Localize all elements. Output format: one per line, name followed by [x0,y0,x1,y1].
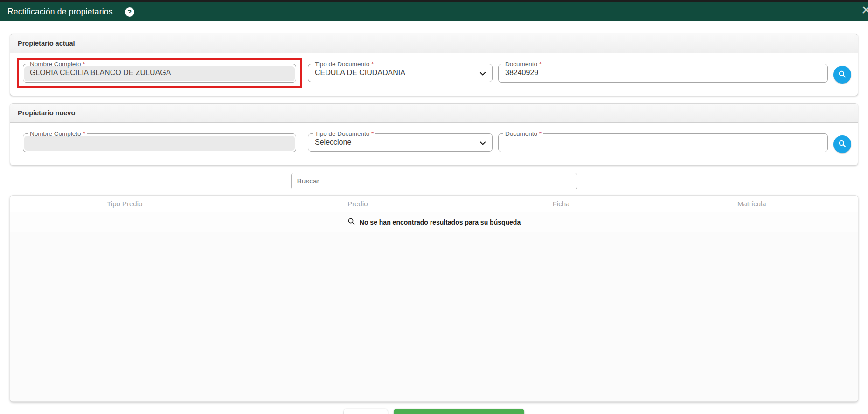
empty-results-message: No se han encontrado resultados para su … [360,218,521,226]
help-icon[interactable]: ? [125,7,134,17]
current-doc-type-field: Tipo de Documento * CEDULA DE CIUDADANIA [308,61,493,82]
new-document-input[interactable] [500,136,826,151]
footer-actions: CERRAR CORREGIR TODOS LOS PREDIOS ⇅ [10,409,858,414]
new-full-name-label: Nombre Completo * [28,131,87,137]
column-header-predio: Predio [239,196,477,212]
new-owner-section-title: Propietario nuevo [10,104,858,123]
column-header-ficha: Ficha [476,196,646,212]
results-table-header: Tipo Predio Predio Ficha Matrícula [10,196,858,212]
new-doc-type-select-wrap: Seleccione [309,136,492,150]
results-table-body [10,232,858,401]
search-icon [838,70,847,80]
empty-results-row: No se han encontrado resultados para su … [10,212,858,232]
current-full-name-label: Nombre Completo * [28,61,87,67]
new-full-name-field: Nombre Completo * [23,131,296,152]
new-full-name-input[interactable] [24,136,295,151]
current-owner-fields-row: Nombre Completo * Tipo de Documento * CE… [10,53,858,96]
modal-header: Rectificación de propietarios ? ✕ [0,2,868,21]
new-document-field: Documento * [498,131,828,152]
current-owner-panel: Propietario actual Nombre Completo * Tip… [10,34,858,96]
current-document-field: Documento * [498,61,828,83]
search-icon [347,218,355,227]
required-asterisk: * [83,130,85,137]
current-owner-search-button[interactable] [833,66,851,84]
close-icon[interactable]: ✕ [861,4,868,17]
current-document-label: Documento * [503,61,543,67]
current-doc-type-select-wrap: CEDULA DE CIUDADANIA [309,66,492,81]
new-owner-fields-row: Nombre Completo * Tipo de Documento * Se… [10,123,858,165]
full-name-highlight-box: Nombre Completo * [17,58,302,88]
new-doc-type-field: Tipo de Documento * Seleccione [308,131,493,152]
required-asterisk: * [539,130,542,137]
current-full-name-input[interactable] [24,66,295,81]
current-document-input[interactable] [500,66,826,81]
current-full-name-field: Nombre Completo * [23,61,296,83]
new-owner-panel: Propietario nuevo Nombre Completo * Tipo… [10,103,858,166]
new-document-label: Documento * [503,131,543,137]
new-owner-search-button[interactable] [833,135,851,153]
column-header-matricula: Matrícula [646,196,858,212]
search-row [10,173,858,189]
current-doc-type-select[interactable]: CEDULA DE CIUDADANIA [309,66,491,81]
modal-content: Propietario actual Nombre Completo * Tip… [0,21,868,414]
required-asterisk: * [83,61,85,68]
cerrar-button[interactable]: CERRAR [344,409,387,414]
search-icon [838,139,847,150]
page-title: Rectificación de propietarios [7,7,113,17]
search-input[interactable] [291,173,577,189]
required-asterisk: * [539,61,542,68]
new-doc-type-select[interactable]: Seleccione [309,136,491,150]
results-table: Tipo Predio Predio Ficha Matrícula No se… [10,195,858,402]
current-owner-section-title: Propietario actual [10,34,858,53]
new-full-name-box: Nombre Completo * [17,127,302,158]
corregir-todos-los-predios-button[interactable]: CORREGIR TODOS LOS PREDIOS ⇅ [394,409,524,414]
column-header-tipo-predio: Tipo Predio [10,196,239,212]
